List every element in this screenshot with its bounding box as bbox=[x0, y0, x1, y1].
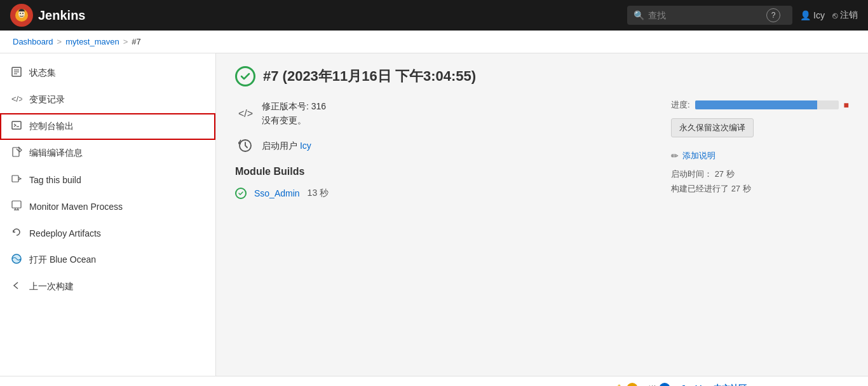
search-box: 🔍 ? bbox=[627, 6, 792, 25]
add-desc-wrapper: ✏ 添加说明 bbox=[671, 150, 849, 162]
build-time-info: 启动时间： 27 秒 构建已经进行了 27 秒 bbox=[671, 167, 849, 196]
progress-label: 进度: bbox=[671, 99, 690, 111]
sidebar-label-monitor-maven: Monitor Maven Process bbox=[29, 202, 123, 212]
notifications-badge[interactable]: 🔔 2 bbox=[614, 383, 638, 386]
rest-api-link: REST API bbox=[757, 384, 794, 387]
progress-end-icon: ■ bbox=[844, 100, 849, 110]
sidebar-item-redeploy[interactable]: Redeploy Artifacts bbox=[0, 220, 215, 247]
revision-label: 修正版本号: bbox=[262, 101, 309, 111]
build-info-panel: </> 修正版本号: 316 没有变更。 bbox=[235, 99, 849, 202]
build-status-icon bbox=[235, 66, 255, 86]
search-icon: 🔍 bbox=[634, 10, 644, 20]
sidebar-item-console-output[interactable]: 控制台输出 bbox=[0, 113, 215, 140]
sidebar-item-prev-build[interactable]: 上一次构建 bbox=[0, 273, 215, 300]
build-actions-panel: 进度: ■ 永久保留这次编译 ✏ 添加说明 启动时间： 27 秒 bbox=[671, 99, 849, 202]
username-label: Icy bbox=[813, 10, 825, 20]
revision-text: 修正版本号: 316 没有变更。 bbox=[262, 99, 326, 128]
module-duration: 13 秒 bbox=[308, 188, 329, 199]
module-name-link[interactable]: Sso_Admin bbox=[254, 188, 300, 198]
svg-point-3 bbox=[22, 13, 24, 14]
shield-icon: 🛡 bbox=[648, 384, 656, 387]
started-by-label: 启动用户 bbox=[262, 141, 297, 151]
sidebar-item-tag-build[interactable]: Tag this build bbox=[0, 167, 215, 193]
tag-build-icon bbox=[10, 173, 23, 187]
app-footer: 🔔 2 🛡 2 Jenkins 中文社区 REST API Jenkins 2.… bbox=[0, 376, 868, 386]
redeploy-icon bbox=[10, 226, 23, 240]
sidebar-label-prev-build: 上一次构建 bbox=[29, 281, 74, 293]
revision-row: </> 修正版本号: 316 没有变更。 bbox=[235, 99, 658, 128]
prev-build-icon bbox=[10, 280, 23, 294]
svg-text:</>: </> bbox=[238, 108, 253, 119]
progress-bar-fill bbox=[695, 100, 817, 109]
module-row: Sso_Admin 13 秒 bbox=[235, 185, 658, 202]
sidebar: 状态集 </> 变更记录 控制台输出 bbox=[0, 53, 216, 376]
revision-number: 316 bbox=[311, 101, 326, 111]
breadcrumb-project[interactable]: mytest_maven bbox=[65, 37, 119, 46]
keep-build-wrapper: 永久保留这次编译 bbox=[671, 118, 849, 145]
blue-ocean-icon bbox=[10, 253, 23, 267]
module-builds-section: Module Builds Sso_Admin 13 秒 bbox=[235, 166, 658, 202]
logo: Jenkins bbox=[10, 4, 85, 27]
svg-rect-13 bbox=[12, 201, 21, 208]
module-builds-title: Module Builds bbox=[235, 166, 658, 177]
sidebar-item-monitor-maven[interactable]: Monitor Maven Process bbox=[0, 193, 215, 220]
build-meta: </> 修正版本号: 316 没有变更。 bbox=[235, 99, 658, 202]
pencil-icon: ✏ bbox=[671, 151, 679, 161]
bell-icon: 🔔 bbox=[614, 384, 624, 387]
sidebar-label-status-set: 状态集 bbox=[29, 67, 56, 79]
sidebar-item-status-set[interactable]: 状态集 bbox=[0, 60, 215, 86]
logout-icon: ⎋ bbox=[832, 10, 837, 20]
jenkins-logo-icon bbox=[10, 4, 33, 27]
monitor-maven-icon bbox=[10, 200, 23, 214]
sidebar-label-edit-info: 编辑编译信息 bbox=[29, 148, 83, 159]
breadcrumb-current: #7 bbox=[132, 37, 140, 46]
progress-row: 进度: ■ bbox=[671, 99, 849, 111]
sidebar-label-change-log: 变更记录 bbox=[29, 94, 65, 106]
console-output-icon bbox=[10, 120, 23, 134]
start-time-label: 启动时间： bbox=[671, 169, 712, 179]
started-by-user-link[interactable]: Icy bbox=[300, 141, 311, 151]
build-title: #7 (2023年11月16日 下午3:04:55) bbox=[263, 67, 476, 86]
help-icon[interactable]: ? bbox=[766, 8, 780, 22]
search-input[interactable] bbox=[648, 10, 763, 20]
breadcrumb: Dashboard > mytest_maven > #7 bbox=[0, 31, 868, 53]
add-desc-link[interactable]: 添加说明 bbox=[682, 150, 715, 162]
build-duration-label: 构建已经进行了 bbox=[671, 184, 729, 193]
user-menu[interactable]: 👤 Icy bbox=[800, 10, 825, 20]
code-icon: </> bbox=[235, 103, 255, 123]
no-changes-text: 没有变更。 bbox=[262, 115, 306, 125]
keep-build-button[interactable]: 永久保留这次编译 bbox=[671, 118, 754, 137]
start-time-value: 27 秒 bbox=[715, 169, 735, 179]
notifications-count: 2 bbox=[627, 383, 638, 386]
clock-icon bbox=[235, 135, 255, 156]
logout-label: 注销 bbox=[840, 10, 858, 21]
status-set-icon bbox=[10, 66, 23, 80]
build-duration-value: 27 秒 bbox=[731, 184, 751, 193]
user-avatar-icon: 👤 bbox=[800, 10, 811, 20]
svg-rect-12 bbox=[12, 176, 18, 182]
app-header: Jenkins 🔍 ? 👤 Icy ⎋ 注销 bbox=[0, 0, 868, 31]
sidebar-label-redeploy: Redeploy Artifacts bbox=[29, 228, 101, 238]
breadcrumb-sep-2: > bbox=[123, 37, 128, 46]
logout-button[interactable]: ⎋ 注销 bbox=[832, 10, 858, 21]
main-content: #7 (2023年11月16日 下午3:04:55) </> 修正版本号: 31… bbox=[216, 53, 868, 376]
started-by-text: 启动用户 Icy bbox=[262, 139, 311, 153]
svg-rect-11 bbox=[13, 148, 19, 156]
change-log-icon: </> bbox=[10, 93, 23, 107]
module-status-icon bbox=[235, 188, 247, 199]
main-layout: 状态集 </> 变更记录 控制台输出 bbox=[0, 53, 868, 376]
security-badge[interactable]: 🛡 2 bbox=[648, 383, 670, 386]
sidebar-item-edit-info[interactable]: 编辑编译信息 bbox=[0, 140, 215, 167]
sidebar-item-change-log[interactable]: </> 变更记录 bbox=[0, 86, 215, 113]
security-count: 2 bbox=[659, 383, 670, 386]
svg-text:</>: </> bbox=[11, 94, 22, 104]
breadcrumb-sep-1: > bbox=[57, 37, 62, 46]
started-by-row: 启动用户 Icy bbox=[235, 135, 658, 156]
sidebar-label-blue-ocean: 打开 Blue Ocean bbox=[29, 254, 96, 266]
community-link[interactable]: Jenkins 中文社区 bbox=[681, 383, 747, 386]
sidebar-item-blue-ocean[interactable]: 打开 Blue Ocean bbox=[0, 247, 215, 273]
sidebar-label-tag-build: Tag this build bbox=[29, 175, 81, 185]
build-header: #7 (2023年11月16日 下午3:04:55) bbox=[235, 66, 849, 86]
sidebar-label-console-output: 控制台输出 bbox=[29, 121, 74, 132]
breadcrumb-dashboard[interactable]: Dashboard bbox=[13, 37, 53, 46]
